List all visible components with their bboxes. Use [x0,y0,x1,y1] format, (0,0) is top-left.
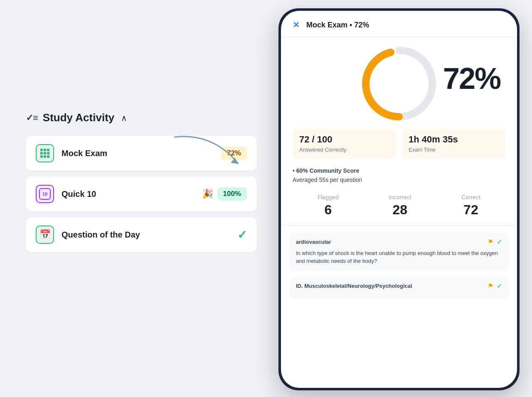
check-icon-1: ✓ [497,238,502,246]
stats-row: 72 / 100 Answered Correctly 1h 40m 35s E… [281,128,517,159]
study-icon: ✓≡ [26,113,38,123]
stat-answered-label: Answered Correctly [299,147,389,153]
q2-icons: ⚑ ✓ [488,282,502,290]
flagged-item: Flagged 6 [318,194,339,218]
question-of-day-card[interactable]: 📅 Question of the Day ✓ [26,217,257,252]
stat-answered: 72 / 100 Answered Correctly [293,128,396,159]
stat-time-value: 1h 40m 35s [409,134,499,145]
incorrect-item: Incorrect 28 [389,194,411,218]
correct-item: Correct 72 [461,194,480,218]
study-activity-panel: ✓≡ Study Activity ∧ Mock Exam 72% 10 Qui… [12,100,270,274]
study-header: ✓≡ Study Activity ∧ [26,111,257,124]
mock-exam-card[interactable]: Mock Exam 72% [26,136,257,171]
ten-icon: 10 [39,188,51,200]
party-emoji: 🎉 [202,189,213,199]
phone-title: Mock Exam • 72% [306,21,369,29]
mock-exam-label: Mock Exam [62,149,221,158]
question-card-1[interactable]: ardiovascular ⚑ ✓ In which type of shock… [289,232,509,271]
close-button[interactable]: ✕ [293,20,300,30]
stat-time: 1h 40m 35s Exam Time [402,128,505,159]
incorrect-value: 28 [389,202,411,218]
grid-icon [40,149,49,158]
avg-time-text: Averaged 55s per question [293,175,505,184]
phone-header: ✕ Mock Exam • 72% [281,11,517,37]
calendar-icon: 📅 [39,229,51,240]
question-list: ardiovascular ⚑ ✓ In which type of shock… [281,225,517,388]
community-section: • 60% Community Score Averaged 55s per q… [281,159,517,189]
flag-icon-2[interactable]: ⚑ [488,282,493,290]
correct-label: Correct [461,194,480,201]
community-score-value: 60% Community Score [296,167,360,174]
flagged-label: Flagged [318,194,339,201]
mock-exam-badge: 72% [221,147,247,160]
incorrect-label: Incorrect [389,194,411,201]
stat-time-label: Exam Time [409,147,499,153]
checkmark-icon: ✓ [237,228,247,242]
donut-chart [362,46,436,121]
chevron-up-icon[interactable]: ∧ [121,113,127,123]
score-percent-value: 72% [443,61,500,96]
q1-icons: ⚑ ✓ [488,238,502,246]
stat-answered-value: 72 / 100 [299,134,389,145]
fic-row: Flagged 6 Incorrect 28 Correct 72 [281,189,517,225]
quick-10-badge: 100% [217,187,247,201]
flag-icon-1[interactable]: ⚑ [488,238,493,246]
q1-header: ardiovascular ⚑ ✓ [296,238,502,246]
question-of-day-label: Question of the Day [62,230,237,240]
question-card-2[interactable]: ID. Musculoskeletal/Neurology/Psychologi… [289,276,509,299]
q1-category: ardiovascular [296,239,331,245]
mock-exam-icon-box [36,144,54,162]
community-score-text: • 60% Community Score [293,166,505,175]
q2-header: ID. Musculoskeletal/Neurology/Psychologi… [296,282,502,290]
study-activity-title: Study Activity [43,111,114,124]
correct-value: 72 [461,202,480,218]
quick-10-card[interactable]: 10 Quick 10 🎉 100% [26,176,257,211]
phone-frame: ✕ Mock Exam • 72% 72% 72 / 100 Answered … [278,8,520,390]
question-of-day-icon-box: 📅 [36,225,54,244]
quick-10-icon-box: 10 [36,185,54,203]
q2-category: ID. Musculoskeletal/Neurology/Psychologi… [296,283,412,289]
score-section: 72% [281,37,517,120]
check-lines-icon: ✓≡ [26,113,38,123]
bullet-icon: • [293,167,295,174]
quick-10-label: Quick 10 [62,189,202,199]
check-icon-2: ✓ [497,282,502,290]
q1-text: In which type of shock is the heart unab… [296,249,502,265]
phone-inner: ✕ Mock Exam • 72% 72% 72 / 100 Answered … [281,11,517,388]
flagged-value: 6 [318,202,339,218]
